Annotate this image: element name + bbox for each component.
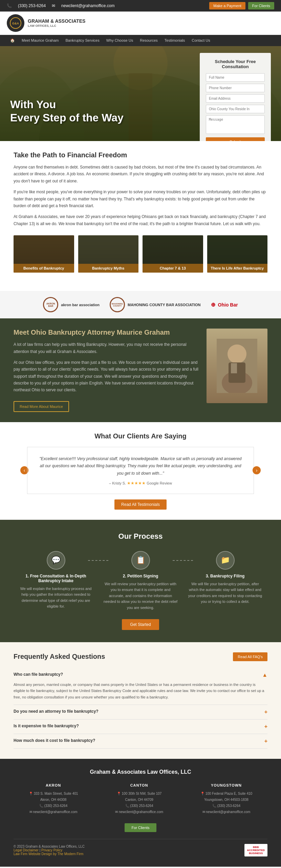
nav-home[interactable]: 🏠 [7,35,18,46]
faq-section: Frequently Asked Questions Read All FAQ'… [0,642,281,759]
nav-services-link[interactable]: Bankruptcy Services [62,35,103,46]
attorney-p2: At our Ohio law offices, you are more th… [14,359,198,394]
for-clients-button[interactable]: For Clients [248,2,274,9]
legal-disclaimer-link[interactable]: Legal Disclaimer [14,848,39,852]
step-3-icon: 📁 [216,551,235,570]
card-chapter[interactable]: Chapter 7 & 13 [143,235,203,273]
nav-meet-link[interactable]: Meet Maurice Graham [18,35,62,46]
consultation-title: Schedule Your Free Consultation [206,59,265,69]
step-1-desc: We will explain the bankruptcy process a… [19,586,93,610]
nav-why[interactable]: Why Choose Us [103,35,136,46]
nav-resources-link[interactable]: Resources [136,35,161,46]
bbb-badge: BBBACCREDITEDBUSINESS [244,844,267,856]
privacy-policy-link[interactable]: Privacy Policy [41,848,62,852]
read-all-testimonials-button[interactable]: Read All Testimonials [114,499,167,510]
nav-services[interactable]: Bankruptcy Services [62,35,103,46]
svg-rect-7 [129,73,152,141]
top-bar-contact: 📞 (330) 253-6264 ✉ newclient@grahamoffic… [7,3,114,8]
svg-rect-12 [231,363,237,373]
process-steps: 💬 1. Free Consultation & In-Depth Bankru… [14,551,267,611]
ohio-bar-label: ⊕ [211,301,215,308]
bbb-text: BBBACCREDITEDBUSINESS [247,846,265,855]
footer-akron: AKRON 📍 333 S. Main Street, Suite 401 Ak… [29,783,78,815]
faq-question-4[interactable]: How much does it cost to file bankruptcy… [14,738,267,744]
address-icon-canton: 📍 [117,792,121,795]
read-all-faq-button[interactable]: Read All FAQ's [233,652,267,661]
attorney-photo [207,329,267,403]
read-more-attorney-button[interactable]: Read More About Maurice [14,401,69,412]
phone-icon-akron: 📞 [39,804,43,808]
phone-input[interactable] [206,84,265,92]
main-nav: 🏠 Meet Maurice Graham Bankruptcy Service… [0,35,281,46]
card-benefits[interactable]: Benefits of Bankruptcy [14,235,74,273]
footer-canton-city: CANTON [115,783,163,787]
submit-button[interactable]: Submit [206,137,265,141]
hero-text: With You Every Step of the Way [10,98,124,124]
svg-point-9 [228,344,246,363]
firm-name: GRAHAM & ASSOCIATES LAW OFFICES, LLC [28,18,85,28]
phone-icon-youngstown: 📞 [212,804,216,808]
logo-icon: G&A [7,14,24,32]
faq-question-2[interactable]: Do you need an attorney to file bankrupt… [14,709,267,715]
phone-icon-canton: 📞 [125,804,129,808]
debt-relief-bar: We are a debt relief agency. We help peo… [0,867,281,868]
mahoning-bar: MAHONING COUNTY MAHONING COUNTY BAR ASSO… [110,297,201,312]
address-icon: 📍 [29,792,33,795]
attorney-text: Meet Ohio Bankruptcy Attorney Maurice Gr… [14,329,198,412]
top-bar-actions: Make a Payment For Clients [209,2,274,9]
nav-home-link[interactable]: 🏠 [7,35,18,46]
footer-cols: AKRON 📍 333 S. Main Street, Suite 401 Ak… [14,783,267,815]
county-input[interactable] [206,105,265,113]
nav-resources[interactable]: Resources [136,35,161,46]
nav-contact[interactable]: Contact Us [188,35,213,46]
main-content: Take the Path to Financial Freedom Anyon… [0,141,281,291]
testimonials-title: What Our Clients Are Saying [20,432,261,440]
logo-svg: G&A [9,17,22,29]
path-p2: If you're like most people, you've done … [14,189,267,209]
info-cards: Benefits of Bankruptcy Bankruptcy Myths … [14,235,267,273]
nav-testimonials[interactable]: Testimonials [161,35,189,46]
process-section: Our Process 💬 1. Free Consultation & In-… [0,520,281,642]
email-icon: ✉ [52,3,55,8]
nav-testimonials-link[interactable]: Testimonials [161,35,189,46]
faq-toggle-2: + [264,709,267,715]
design-credit-link[interactable]: Law Firm Website Design by The Modern Fi… [14,852,83,856]
mahoning-badge-icon: MAHONING COUNTY [110,297,125,312]
footer: Graham & Associates Law Offices, LLC AKR… [0,759,281,867]
card-myths[interactable]: Bankruptcy Myths [78,235,139,273]
next-testimonial-button[interactable]: › [253,466,261,474]
full-name-input[interactable] [206,73,265,82]
process-title: Our Process [14,532,267,541]
footer-bottom: © 2023 Graham & Associates Law Offices, … [14,839,267,856]
make-payment-button[interactable]: Make a Payment [209,2,245,9]
footer-clients-button[interactable]: For Clients [125,823,156,832]
footer-links: © 2023 Graham & Associates Law Offices, … [14,845,85,856]
footer-canton-details: 📍 100 30th St NW, Suite 107 Canton, OH 4… [115,791,163,815]
card-life[interactable]: There Is Life After Bankruptcy [207,235,268,273]
nav-why-link[interactable]: Why Choose Us [103,35,136,46]
svg-text:G&A: G&A [12,22,19,25]
card-myths-label: Bankruptcy Myths [78,264,139,273]
faq-question-3[interactable]: Is it expensive to file bankruptcy? + [14,724,267,730]
top-bar: 📞 (330) 253-6264 ✉ newclient@grahamoffic… [0,0,281,12]
faq-header: Frequently Asked Questions Read All FAQ'… [14,652,267,661]
message-input[interactable] [206,115,265,134]
testimonial-wrapper: ‹ "Excellent service!!!! Very profession… [20,447,261,494]
faq-toggle-4: + [264,738,267,744]
step-3-title: 3. Bankruptcy Filing [188,574,262,578]
card-benefits-label: Benefits of Bankruptcy [14,264,74,273]
step-2-desc: We will review your bankruptcy petition … [103,581,178,611]
attorney-title: Meet Ohio Bankruptcy Attorney Maurice Gr… [14,329,198,336]
nav-contact-link[interactable]: Contact Us [188,35,213,46]
copyright: © 2023 Graham & Associates Law Offices, … [14,845,85,848]
phone-number: (330) 253-6264 [18,3,46,8]
nav-meet[interactable]: Meet Maurice Graham [18,35,62,46]
get-started-button[interactable]: Get Started [122,619,159,630]
akron-bar-label: akron bar association [61,303,100,307]
email-icon-youngstown: ✉ [202,810,205,814]
faq-question-1[interactable]: Who can file bankruptcy? ▲ [14,672,267,678]
footer-akron-city: AKRON [29,783,78,787]
footer-firm-name: Graham & Associates Law Offices, LLC [14,769,267,775]
faq-toggle-1: ▲ [262,672,267,678]
email-input[interactable] [206,94,265,103]
